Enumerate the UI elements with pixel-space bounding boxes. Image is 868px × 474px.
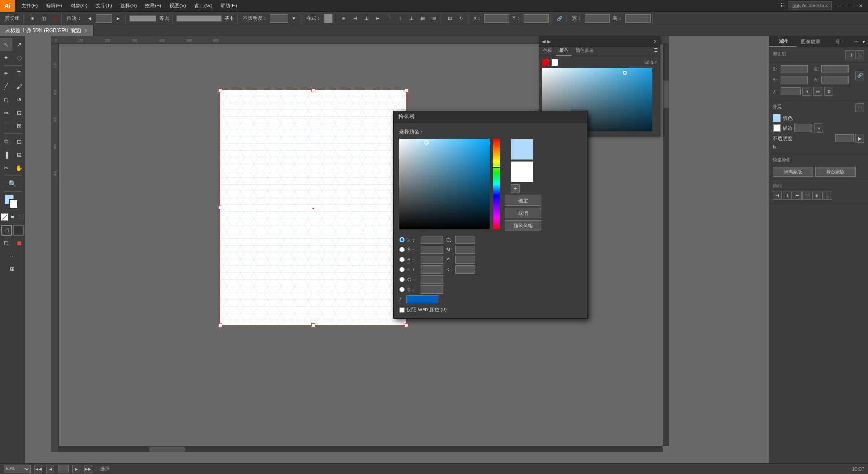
color-panel-options-icon[interactable]: ☰: [652, 47, 660, 56]
align-left-btn-rp[interactable]: ⊣: [773, 191, 782, 200]
selection-handle-tc[interactable]: [311, 89, 315, 92]
y-input[interactable]: 399.5 px: [781, 76, 808, 84]
stroke-width-input[interactable]: 1 pt: [794, 124, 812, 132]
tab-properties[interactable]: 属性: [769, 36, 797, 47]
page-forward-btn[interactable]: ▶: [72, 465, 80, 473]
color-panel-tab-swatches[interactable]: 色板: [539, 47, 556, 56]
b2-radio[interactable]: [399, 287, 405, 292]
scrollbar-right[interactable]: [663, 44, 669, 446]
add-to-swatches-btn[interactable]: +: [511, 184, 520, 193]
h-value-input[interactable]: 800 px: [625, 14, 651, 23]
envelope-btn[interactable]: ◫: [38, 14, 48, 24]
color-library-button[interactable]: 颜色色板: [505, 220, 541, 231]
scrollbar-bottom[interactable]: [59, 446, 663, 452]
scroll-thumb-vertical[interactable]: [664, 81, 669, 108]
scale-tool[interactable]: ⊡: [13, 106, 25, 119]
color-fill-icon[interactable]: [13, 225, 24, 236]
stroke-mode-indicator[interactable]: [551, 59, 558, 66]
free-transform-tool[interactable]: ⊠: [13, 119, 25, 132]
scale-btn[interactable]: ⊡: [445, 14, 455, 24]
menu-edit[interactable]: 编辑(E): [42, 1, 66, 10]
x-input[interactable]: 399.5 px: [781, 65, 808, 73]
rotate-tool[interactable]: ↺: [13, 93, 25, 106]
page-number-input[interactable]: 1: [58, 465, 69, 473]
w-value-input[interactable]: 800 px: [585, 14, 610, 23]
window-minimize-btn[interactable]: —: [835, 2, 843, 9]
opacity-more-btn[interactable]: ▶: [855, 134, 864, 143]
page-last-btn[interactable]: ▶▶: [84, 465, 92, 473]
eraser-tool[interactable]: ◻: [0, 93, 12, 106]
normal-mode-icon[interactable]: □: [1, 225, 12, 236]
menu-object[interactable]: 对象(O): [67, 1, 91, 10]
ok-button[interactable]: 确定: [505, 195, 541, 206]
s-field-input[interactable]: 30%: [421, 246, 443, 254]
angle-input[interactable]: 0°: [781, 87, 801, 95]
menu-effect[interactable]: 效果(E): [141, 1, 165, 10]
align-middle-v-btn[interactable]: ⋮: [395, 14, 405, 24]
s-radio[interactable]: [399, 247, 405, 252]
gradient-color-box[interactable]: [399, 139, 490, 229]
mirror-h-btn[interactable]: ⇔: [813, 87, 822, 96]
hue-slider-wrap[interactable]: [493, 139, 500, 229]
align-right-icon-btn[interactable]: ⊢: [855, 50, 864, 59]
fill-mode-indicator[interactable]: [542, 59, 549, 66]
release-mask-btn[interactable]: 释放蒙版: [815, 167, 856, 177]
panel-collapse-icon[interactable]: ◀ ▶: [542, 39, 551, 44]
w-input[interactable]: 800 px: [821, 65, 849, 73]
canvas-document[interactable]: [220, 90, 406, 325]
more-tools-icon[interactable]: ···: [6, 249, 19, 262]
none-fill-icon[interactable]: [1, 213, 8, 221]
align-top-btn[interactable]: ⊤: [384, 14, 394, 24]
align-center-h-btn-rp[interactable]: ⊥: [783, 191, 792, 200]
align-middle-btn-rp[interactable]: ≡: [812, 191, 821, 200]
color-panel-tab-color[interactable]: 颜色: [556, 47, 572, 56]
page-prev-btn[interactable]: ◀◀: [34, 465, 42, 473]
tab-library[interactable]: 库: [824, 36, 852, 47]
align-top-btn-rp[interactable]: ⊤: [802, 191, 811, 200]
selection-handle-tl[interactable]: [218, 89, 222, 92]
stroke-increase-btn[interactable]: ▶: [113, 14, 123, 24]
panel-close-icon[interactable]: ✕: [653, 39, 657, 44]
shape-builder-tool[interactable]: ⧉: [0, 135, 12, 148]
paintbrush-tool[interactable]: 🖌: [13, 80, 25, 93]
distribute-v-btn[interactable]: ⊞: [429, 14, 439, 24]
appearance-more-btn[interactable]: ⋯: [855, 103, 864, 112]
m-input[interactable]: 7%: [455, 246, 475, 254]
c-input[interactable]: 35%: [455, 236, 475, 244]
column-chart-tool[interactable]: ▐: [0, 148, 12, 161]
isolate-btn[interactable]: ◎: [50, 14, 60, 24]
lock-proportions-btn[interactable]: 🔗: [855, 71, 864, 80]
opacity-input-rp[interactable]: 100%: [835, 134, 854, 142]
page-back-btn[interactable]: ◀: [46, 465, 54, 473]
isolate-mask-btn[interactable]: 隔离蒙版: [773, 167, 813, 177]
swap-colors-icon[interactable]: ⇄: [9, 213, 16, 221]
align-center-h-btn[interactable]: ⊥: [361, 14, 371, 24]
stroke-swatch[interactable]: [773, 124, 781, 132]
selection-handle-br[interactable]: [405, 323, 408, 327]
opacity-dropdown-btn[interactable]: ▼: [289, 14, 299, 24]
lasso-tool[interactable]: ◌: [13, 51, 25, 64]
align-right-btn-rp[interactable]: ⊢: [793, 191, 802, 200]
cancel-button[interactable]: 取消: [505, 208, 541, 218]
hand-tool[interactable]: ✋: [13, 161, 25, 174]
tab-image-trace[interactable]: 图像描摹: [797, 36, 824, 47]
stroke-decrease-btn[interactable]: ◀: [85, 14, 94, 24]
artboard-tool[interactable]: ⊟: [13, 148, 25, 161]
menu-view[interactable]: 视图(V): [166, 1, 190, 10]
pen-tool[interactable]: ✒: [0, 67, 12, 80]
distribute-h-btn[interactable]: ⊟: [418, 14, 428, 24]
stroke-value-input[interactable]: 1 pt: [96, 14, 112, 23]
align-left-icon-btn[interactable]: ⊣: [845, 50, 854, 59]
menu-window[interactable]: 窗口(W): [191, 1, 216, 10]
align-left-btn[interactable]: ⊣: [350, 14, 360, 24]
panel-more-btn[interactable]: ▾: [860, 36, 868, 47]
b2-field-input[interactable]: 255: [421, 285, 443, 294]
web-color-checkbox[interactable]: [399, 307, 405, 313]
symbol-tool[interactable]: ⊞: [13, 135, 25, 148]
h-input[interactable]: 800 px: [821, 76, 849, 84]
menu-text[interactable]: 文字(T): [92, 1, 116, 10]
align-bottom-btn[interactable]: ⊥: [406, 14, 416, 24]
h-field-input[interactable]: 206°: [421, 236, 443, 244]
x-value-input[interactable]: 399.5 px: [484, 14, 509, 23]
type-tool[interactable]: T: [13, 67, 25, 80]
